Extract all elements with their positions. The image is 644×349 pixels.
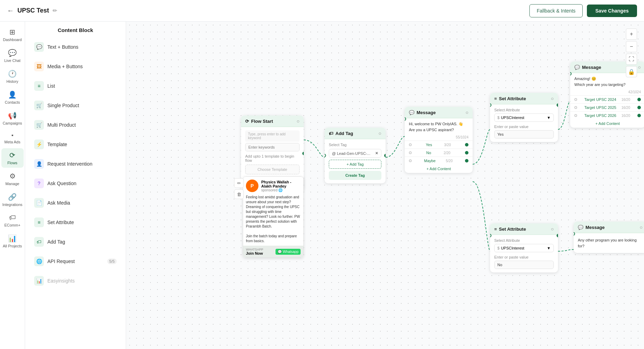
message1-close[interactable]: ○ [466, 110, 468, 115]
option-maybe-count: 5/20 [446, 159, 452, 163]
list-icon: ≡ [34, 81, 44, 91]
keyword-input[interactable] [245, 143, 300, 151]
sidebar-item-history[interactable]: 🕐 History [1, 67, 24, 86]
message3-close[interactable]: ○ [640, 224, 643, 230]
opt2024-connector[interactable] [637, 98, 641, 101]
sidebar-item-manage[interactable]: ⚙ Manage [1, 169, 24, 189]
tag-clear-icon[interactable]: ✕ [375, 151, 378, 156]
choose-template-btn[interactable]: Choose Template [245, 165, 300, 174]
option-no-connector[interactable] [465, 151, 468, 154]
message1-add-content[interactable]: + Add Content [405, 165, 473, 173]
block-list[interactable]: ≡ List [29, 77, 122, 95]
canvas[interactable]: ✏ 🗑 ⟳ Flow Start ○ Type, press enter to … [126, 22, 644, 349]
block-api-request[interactable]: 🌐 API Request 5/5 [29, 252, 122, 270]
opt2026-dot [574, 114, 577, 117]
block-set-attribute[interactable]: ≡ Set Attribute [29, 213, 122, 231]
set-attr1-out-connector[interactable] [557, 103, 558, 107]
live-chat-icon: 💬 [8, 49, 17, 57]
set-attr1-value: UPSCInterest [501, 116, 547, 120]
lock-canvas-button[interactable]: 🔒 [626, 66, 637, 77]
delete-node-button[interactable]: 🗑 [234, 189, 244, 199]
set-attr1-value-input[interactable] [494, 130, 554, 138]
back-button[interactable]: ← [7, 7, 14, 15]
message1-option-yes[interactable]: Yes 3/20 [405, 141, 473, 149]
set-attr2-select-label: Select Attribute [494, 238, 554, 243]
set-attr2-icon: ≡ [494, 227, 497, 232]
set-attr2-title: Set Attribute [499, 227, 526, 232]
sidebar-item-meta-ads[interactable]: ▪ Meta Ads [1, 129, 24, 147]
block-label-set-attribute: Set Attribute [47, 220, 74, 225]
ecomm-icon: 🏷 [9, 214, 16, 222]
set-attr2-close[interactable]: ○ [551, 226, 554, 232]
edit-title-icon[interactable]: ✏ [53, 7, 57, 14]
set-attr1-dropdown-icon: ▼ [547, 116, 551, 120]
message1-body: Hi, welcome to PW OnlyIAS. 👋Are you a UP… [405, 118, 473, 135]
ad-whatsapp-button[interactable]: 💬 Whatsapp [276, 249, 301, 255]
sidebar-item-integrations[interactable]: 🔗 Integrations [1, 190, 24, 209]
option-maybe-dot [409, 159, 412, 162]
sidebar-item-ecomm[interactable]: 🏷 EComm+ [1, 211, 24, 230]
message2-close[interactable]: ○ [638, 64, 641, 70]
message2-add-content[interactable]: + Add Content [570, 119, 644, 128]
block-add-tag[interactable]: 🏷 Add Tag [29, 233, 122, 251]
set-attribute-node-2: ≡ Set Attribute ○ Select Attribute $ UPS… [490, 223, 558, 272]
set-attr2-out-connector[interactable] [557, 234, 558, 237]
message2-option-2025[interactable]: Target UPSC 2025 16/20 [570, 103, 644, 111]
sidebar-item-flows[interactable]: ⟳ Flows [1, 148, 24, 168]
opt2026-connector[interactable] [637, 114, 641, 117]
add-tag-out-connector[interactable] [384, 154, 386, 157]
sidebar-label-manage: Manage [6, 182, 20, 186]
set-attr1-header: ≡ Set Attribute ○ [490, 93, 558, 104]
block-single-product[interactable]: 🛒 Single Product [29, 96, 122, 114]
message1-option-no[interactable]: No 2/20 [405, 149, 473, 157]
edit-node-button[interactable]: ✏ [234, 178, 244, 188]
set-attr2-value-input[interactable] [494, 261, 554, 269]
opt2025-connector[interactable] [637, 106, 641, 109]
block-ask-media[interactable]: 📄 Ask Media [29, 194, 122, 212]
block-label-template: Template [47, 142, 67, 147]
zoom-in-button[interactable]: + [626, 29, 637, 40]
sidebar-item-live-chat[interactable]: 💬 Live Chat [1, 46, 24, 65]
option-yes-connector[interactable] [465, 143, 468, 146]
flow-start-close[interactable]: ○ [297, 118, 300, 124]
message2-option-2024[interactable]: Target UPSC 2024 16/20 [570, 95, 644, 103]
sidebar-label-dashboard: Dashboard [3, 38, 22, 42]
block-easyinsights[interactable]: 📊 Easyinsights [29, 272, 122, 290]
block-media-buttons[interactable]: 🖼 Media + Buttons [29, 57, 122, 76]
create-tag-button[interactable]: Create Tag [329, 171, 381, 180]
ad-advertiser: Physics Wallah - Alakh Pandey [261, 180, 301, 188]
set-attr1-select[interactable]: $ UPSCInterest ▼ [494, 113, 554, 122]
set-attr1-close[interactable]: ○ [551, 96, 554, 101]
block-template[interactable]: ⚡ Template [29, 135, 122, 153]
block-multi-product[interactable]: 🛒 Multi Product [29, 116, 122, 134]
block-text-buttons[interactable]: 💬 Text + Buttons [29, 38, 122, 56]
add-tag-btn[interactable]: + Add Tag [329, 160, 381, 169]
ask-question-icon: ? [34, 179, 44, 188]
sidebar-item-dashboard[interactable]: ⊞ Dashboard [1, 25, 24, 45]
sidebar-item-campaigns[interactable]: 📢 Campaigns [1, 109, 24, 128]
ad-cta: WHATSAPP Join Now 💬 Whatsapp [243, 246, 303, 257]
option-maybe-connector[interactable] [465, 159, 468, 162]
ad-preview-card: P Physics Wallah - Alakh Pandey sponsore… [243, 176, 304, 258]
tag-select[interactable]: @ Lead-Gen-UPSC-... ✕ [329, 149, 381, 158]
zoom-out-button[interactable]: − [626, 41, 637, 52]
sidebar-item-all-projects[interactable]: 📊 All Projects [1, 231, 24, 251]
block-request-intervention[interactable]: 👤 Request Intervention [29, 155, 122, 173]
sidebar-item-contacts[interactable]: 👤 Contacts [1, 88, 24, 107]
flows-icon: ⟳ [9, 151, 15, 159]
content-panel: Content Block 💬 Text + Buttons 🖼 Media +… [25, 22, 126, 349]
message2-option-2026[interactable]: Target UPSC 2026 16/20 [570, 111, 644, 119]
keyword-label: Type, press enter to add keyword [245, 130, 300, 142]
save-changes-button[interactable]: Save Changes [587, 5, 637, 17]
set-attr2-select[interactable]: $ UPSCInterest ▼ [494, 244, 554, 252]
block-label-request-intervention: Request Intervention [47, 161, 92, 167]
option-yes-dot [409, 143, 412, 146]
fallback-intents-button[interactable]: Fallback & Intents [529, 4, 583, 17]
set-attr2-value: UPSCInterest [501, 246, 547, 250]
app-title: UPSC Test [17, 7, 49, 14]
flow-start-out-connector[interactable] [302, 152, 304, 155]
block-ask-question[interactable]: ? Ask Question [29, 174, 122, 192]
message1-option-maybe[interactable]: Maybe 5/20 [405, 157, 473, 165]
fit-canvas-button[interactable]: ⛶ [626, 54, 637, 65]
add-tag-close[interactable]: ○ [379, 130, 381, 136]
